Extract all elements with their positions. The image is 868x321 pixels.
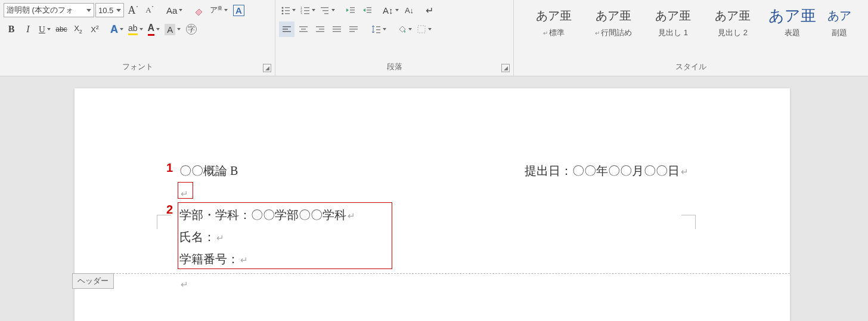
svg-rect-31 bbox=[333, 29, 341, 30]
return-icon: ↵ bbox=[181, 280, 188, 289]
paragraph-dialog-launcher[interactable]: ◢ bbox=[501, 64, 510, 72]
style-heading1[interactable]: あア亜 見出し 1 bbox=[649, 6, 698, 38]
align-left-button[interactable] bbox=[279, 21, 294, 37]
svg-rect-14 bbox=[324, 13, 328, 14]
style-subtitle[interactable]: あア 副題 bbox=[827, 6, 851, 38]
style-normal[interactable]: あア亜 標準 bbox=[529, 6, 578, 38]
font-name-combo[interactable]: 游明朝 (本文のフォ bbox=[4, 3, 94, 17]
svg-point-0 bbox=[282, 7, 284, 9]
text-effects-button[interactable]: A bbox=[108, 21, 125, 37]
style-preview: あア亜 bbox=[529, 6, 578, 25]
style-name-label: 表題 bbox=[768, 27, 817, 38]
group-styles: あア亜 標準 あア亜 行間詰め あア亜 見出し 1 あア亜 見出し 2 あア亜 bbox=[514, 0, 868, 76]
svg-rect-7 bbox=[304, 7, 309, 8]
header-tag[interactable]: ヘッダー bbox=[72, 273, 114, 289]
borders-icon bbox=[417, 24, 426, 34]
style-no-spacing[interactable]: あア亜 行間詰め bbox=[589, 6, 638, 38]
indent-icon bbox=[362, 6, 372, 14]
multilevel-list-button[interactable] bbox=[318, 2, 337, 18]
line-spacing-button[interactable] bbox=[370, 21, 388, 37]
svg-rect-38 bbox=[376, 32, 380, 33]
svg-rect-1 bbox=[285, 7, 290, 8]
svg-rect-15 bbox=[350, 7, 355, 8]
group-paragraph: 123 A↕ A↓ ↵ bbox=[275, 0, 514, 76]
strikethrough-button[interactable]: abє bbox=[54, 21, 69, 37]
svg-rect-5 bbox=[285, 13, 290, 14]
justify-button[interactable] bbox=[329, 21, 345, 37]
distribute-icon bbox=[349, 25, 358, 33]
annotation-box-2 bbox=[178, 202, 392, 269]
annotation-1: 1 bbox=[166, 161, 173, 175]
outdent-icon bbox=[346, 6, 355, 14]
svg-rect-27 bbox=[316, 26, 324, 27]
svg-rect-37 bbox=[376, 29, 380, 30]
font-color-button[interactable]: A bbox=[146, 21, 162, 37]
svg-rect-23 bbox=[283, 31, 291, 32]
style-name-label: 見出し 1 bbox=[649, 27, 698, 38]
font-dialog-launcher[interactable]: ◢ bbox=[263, 64, 271, 72]
enclose-char-button[interactable]: 字 bbox=[184, 21, 199, 37]
italic-button[interactable]: I bbox=[20, 21, 36, 37]
borders-button[interactable] bbox=[415, 21, 433, 37]
style-name-label: 行間詰め bbox=[589, 27, 638, 38]
char-shading-button[interactable]: A bbox=[163, 21, 182, 37]
line-spacing-icon bbox=[371, 24, 381, 34]
svg-rect-29 bbox=[316, 31, 324, 32]
align-right-button[interactable] bbox=[312, 21, 328, 37]
style-preview: あア亜 bbox=[768, 6, 817, 25]
shading-button[interactable] bbox=[395, 21, 414, 37]
svg-rect-24 bbox=[299, 26, 308, 27]
svg-rect-25 bbox=[301, 29, 306, 30]
decrease-indent-button[interactable] bbox=[343, 2, 358, 18]
svg-rect-3 bbox=[285, 10, 290, 11]
char-border-button[interactable]: A bbox=[231, 2, 246, 18]
svg-rect-20 bbox=[367, 12, 371, 13]
align-left-icon bbox=[282, 25, 292, 33]
svg-point-4 bbox=[282, 13, 284, 15]
svg-rect-21 bbox=[283, 26, 291, 27]
chevron-down-icon bbox=[86, 9, 91, 12]
annotation-2: 2 bbox=[166, 203, 173, 217]
show-marks-button[interactable]: ↵ bbox=[422, 2, 438, 18]
bullets-button[interactable] bbox=[279, 2, 297, 18]
align-center-button[interactable] bbox=[296, 21, 311, 37]
svg-rect-16 bbox=[350, 10, 355, 11]
sort-button[interactable]: A↓ bbox=[402, 2, 417, 18]
numbering-button[interactable]: 123 bbox=[299, 2, 317, 18]
highlight-button[interactable]: ab bbox=[126, 21, 145, 37]
clear-formatting-button[interactable] bbox=[191, 2, 207, 18]
increase-indent-button[interactable] bbox=[359, 2, 375, 18]
style-name-label: 副題 bbox=[827, 27, 851, 38]
ribbon: 游明朝 (本文のフォ 10.5 A˄ A˅ Aa ア亜 A B bbox=[0, 0, 868, 76]
group-label-font: フォント bbox=[4, 59, 271, 76]
svg-point-2 bbox=[282, 10, 284, 12]
font-size-combo[interactable]: 10.5 bbox=[95, 3, 124, 17]
eraser-icon bbox=[194, 5, 204, 16]
subscript-button[interactable]: X2 bbox=[70, 21, 86, 37]
shrink-font-button[interactable]: A˅ bbox=[142, 2, 157, 18]
distribute-button[interactable] bbox=[346, 21, 361, 37]
document-canvas: ヘッダー 〇〇概論 B 提出日：〇〇年〇〇月〇〇日↵ ↵ 学部・学科：〇〇学部〇… bbox=[0, 76, 868, 321]
text-direction-button[interactable]: A↕ bbox=[381, 2, 401, 18]
svg-rect-39 bbox=[418, 26, 425, 33]
phonetic-guide-button[interactable]: ア亜 bbox=[208, 2, 230, 18]
superscript-button[interactable]: X2 bbox=[87, 21, 103, 37]
font-name-value: 游明朝 (本文のフォ bbox=[7, 5, 73, 16]
change-case-button[interactable]: Aa bbox=[165, 2, 184, 18]
style-gallery: あア亜 標準 あア亜 行間詰め あア亜 見出し 1 あア亜 見出し 2 あア亜 bbox=[517, 2, 864, 38]
numbering-icon: 123 bbox=[300, 6, 310, 14]
page[interactable]: ヘッダー 〇〇概論 B 提出日：〇〇年〇〇月〇〇日↵ ↵ 学部・学科：〇〇学部〇… bbox=[75, 88, 790, 321]
style-title[interactable]: あア亜 表題 bbox=[768, 6, 817, 38]
align-center-icon bbox=[299, 25, 308, 33]
style-preview: あア bbox=[827, 6, 851, 25]
underline-button[interactable]: U bbox=[37, 21, 52, 37]
bold-button[interactable]: B bbox=[4, 21, 19, 37]
justify-icon bbox=[332, 25, 342, 33]
svg-rect-12 bbox=[321, 7, 328, 8]
annotation-box-1 bbox=[178, 182, 193, 199]
svg-rect-28 bbox=[319, 29, 324, 30]
grow-font-button[interactable]: A˄ bbox=[125, 2, 141, 18]
style-name-label: 標準 bbox=[529, 27, 578, 38]
style-heading2[interactable]: あア亜 見出し 2 bbox=[708, 6, 757, 38]
svg-rect-33 bbox=[349, 26, 358, 27]
